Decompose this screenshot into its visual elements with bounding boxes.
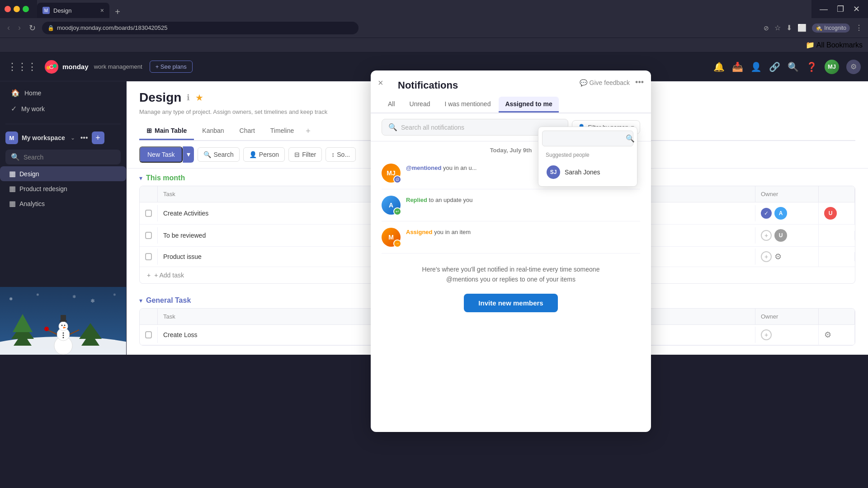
sidebar: 🏠 Home ✓ My work M My workspace ⌄ ••• + … (0, 81, 127, 355)
inbox-icon[interactable]: 📥 (732, 61, 743, 72)
minimize-icon[interactable]: — (816, 3, 831, 16)
add-task-plus-icon: + (147, 272, 151, 279)
notif-action-assigned: Assigned (406, 229, 433, 235)
notif-item-replied[interactable]: A ↩ Replied to an update you (382, 189, 640, 221)
board-star-icon[interactable]: ★ (195, 92, 203, 103)
notif-tab-mentioned[interactable]: I was mentioned (438, 97, 497, 113)
forward-button[interactable]: › (16, 21, 23, 34)
group-title-general: General Task (146, 296, 191, 305)
tab-close-icon[interactable]: × (100, 7, 104, 14)
notif-item-assigned[interactable]: M → Assigned you in an item (382, 221, 640, 253)
svg-rect-15 (61, 315, 66, 320)
sidebar-item-my-work[interactable]: ✓ My work (5, 101, 121, 117)
profile-icon[interactable]: ⬜ (797, 23, 807, 32)
svg-point-16 (61, 325, 63, 326)
filter-search-bar[interactable]: 🔍 (542, 131, 633, 146)
extensions-icon[interactable]: ⋮ (855, 23, 863, 32)
tab-main-table[interactable]: ⊞ Main Table (139, 122, 194, 140)
add-tab-button[interactable]: + (302, 123, 314, 140)
tab-kanban[interactable]: Kanban (195, 122, 231, 140)
user-avatar[interactable]: MJ (825, 60, 839, 74)
sidebar-search-input[interactable] (24, 154, 115, 161)
notif-more-options-icon[interactable]: ••• (635, 78, 644, 87)
apps-grid-icon[interactable]: ⋮⋮⋮ (7, 61, 37, 73)
sidebar-nav: 🏠 Home ✓ My work (0, 81, 126, 120)
notif-tab-unread[interactable]: Unread (403, 97, 437, 113)
active-tab[interactable]: M Design × (37, 3, 109, 18)
sidebar-item-design[interactable]: ▦ Design (0, 166, 126, 181)
svg-point-13 (59, 322, 68, 331)
person-toolbar-label: Person (259, 151, 279, 158)
give-feedback-button[interactable]: 💬 Give feedback (580, 79, 630, 86)
sidebar-search[interactable]: 🔍 (5, 150, 121, 164)
new-task-dropdown[interactable]: ▾ (183, 146, 194, 163)
group-toggle-general[interactable]: ▾ (139, 297, 142, 304)
win-close-btn[interactable] (5, 6, 11, 12)
sidebar-item-product-redesign[interactable]: ▦ Product redesign (0, 181, 126, 196)
notif-badge-reply: ↩ (393, 207, 401, 216)
filter-search-input[interactable] (547, 135, 623, 142)
new-task-button[interactable]: New Task (139, 146, 183, 163)
address-actions: ⊘ ☆ ⬇ ⬜ 🕵 Incognito ⋮ (764, 23, 863, 33)
user-avatar-1: U (824, 207, 837, 220)
topbar-right: 🔔 📥 👤 🔗 🔍 ❓ MJ ⚙ (713, 60, 861, 74)
checkbox-3[interactable] (145, 253, 152, 260)
workspace-chevron-icon[interactable]: ⌄ (71, 135, 75, 141)
row-checkbox-g1[interactable] (140, 327, 158, 343)
owner-cell-2: + U (755, 225, 819, 246)
filter-toolbar-button[interactable]: ⊟ Filter (288, 147, 322, 162)
notifications-bell-icon[interactable]: 🔔 (713, 61, 725, 72)
download-icon[interactable]: ⬇ (786, 23, 792, 32)
search-toolbar-button[interactable]: 🔍 Search (198, 147, 239, 162)
address-bar: ‹ › ↻ 🔒 moodjoy.monday.com/boards/183042… (0, 18, 868, 38)
integrations-icon[interactable]: 🔗 (769, 61, 780, 72)
maximize-icon[interactable]: ❐ (833, 2, 848, 16)
svg-rect-14 (60, 320, 67, 322)
tab-title: Design (53, 7, 97, 14)
row-checkbox-2[interactable] (140, 227, 158, 244)
url-bar[interactable]: 🔒 moodjoy.monday.com/boards/1830420525 (42, 22, 359, 34)
reader-icon[interactable]: ⊘ (764, 24, 769, 32)
main-table-tab-label: Main Table (155, 127, 187, 134)
window-close-icon[interactable]: ✕ (849, 2, 863, 16)
board-info-icon[interactable]: ℹ (187, 93, 190, 103)
add-people-icon[interactable]: 👤 (750, 61, 762, 72)
see-plans-button[interactable]: + See plans (150, 61, 193, 73)
group-toggle-this-month[interactable]: ▾ (139, 174, 142, 182)
person-item-sarah[interactable]: SJ Sarah Jones (542, 162, 633, 183)
th-checkbox (140, 186, 158, 202)
checkbox-2[interactable] (145, 232, 152, 239)
help-icon[interactable]: ❓ (806, 61, 817, 72)
settings-icon[interactable]: ⚙ (846, 60, 861, 74)
bookmark-star-icon[interactable]: ☆ (774, 23, 781, 32)
tab-timeline[interactable]: Timeline (263, 122, 301, 140)
person-name-sarah: Sarah Jones (565, 169, 600, 176)
person-toolbar-button[interactable]: 👤 Person (243, 147, 285, 162)
win-max-btn[interactable] (23, 6, 29, 12)
win-min-btn[interactable] (14, 6, 20, 12)
checkbox-g1[interactable] (145, 331, 152, 338)
row-checkbox-1[interactable] (140, 205, 158, 221)
notif-tab-all[interactable]: All (382, 97, 401, 113)
back-button[interactable]: ‹ (5, 21, 12, 34)
person-toolbar-icon: 👤 (249, 151, 257, 158)
search-top-icon[interactable]: 🔍 (788, 61, 799, 72)
notif-close-button[interactable]: × (378, 78, 383, 88)
board-icon-product: ▦ (9, 184, 16, 193)
workspace-dots-icon[interactable]: ••• (80, 134, 88, 142)
sidebar-item-analytics[interactable]: ▦ Analytics (0, 196, 126, 211)
notif-avatar-3: M → (382, 228, 401, 247)
chart-tab-label: Chart (240, 127, 255, 134)
tab-chart[interactable]: Chart (232, 122, 262, 140)
row-checkbox-3[interactable] (140, 249, 158, 265)
invite-new-members-button[interactable]: Invite new members (464, 294, 557, 312)
reload-button[interactable]: ↻ (27, 21, 38, 35)
notif-tab-assigned[interactable]: Assigned to me (499, 97, 558, 113)
new-tab-button[interactable]: + (111, 5, 124, 18)
sidebar-workspace-header: M My workspace ⌄ ••• + (0, 128, 126, 148)
checkbox-1[interactable] (145, 210, 152, 217)
sidebar-item-home[interactable]: 🏠 Home (5, 85, 121, 101)
owner-cell-1: ✓ A (755, 202, 819, 224)
sort-toolbar-button[interactable]: ↕ So... (326, 147, 356, 162)
workspace-add-button[interactable]: + (92, 131, 104, 144)
